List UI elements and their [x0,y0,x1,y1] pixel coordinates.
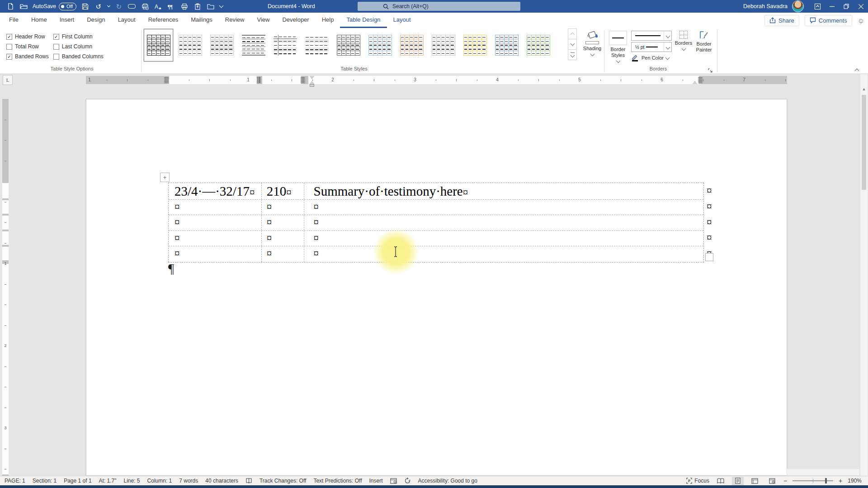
tab-layout[interactable]: Layout [112,13,142,28]
shading-button[interactable]: Shading [580,30,605,57]
table-move-handle[interactable]: + [160,173,170,182]
touch-mode-icon[interactable] [128,2,136,10]
table-row[interactable]: ¤¤¤ [169,231,703,246]
table-column-marker[interactable] [698,77,703,83]
accessibility-icon[interactable] [404,478,411,484]
table-cell[interactable]: 23/4·—·32/17¤ [169,183,262,199]
status-text-predictions-off[interactable]: Text Predictions: Off [313,478,362,484]
table-style-thumbnail-7[interactable] [334,29,363,61]
checkbox-total-row[interactable]: Total Row [6,42,49,52]
restore-button[interactable] [839,0,854,13]
table-cell[interactable]: Summary·of·testimony·here¤ [304,183,703,199]
checkbox-last-column[interactable]: Last Column [53,42,104,52]
save-icon[interactable] [81,2,90,10]
table-style-thumbnail-4[interactable] [239,29,268,61]
status-column-1[interactable]: Column: 1 [147,478,172,484]
collapse-ribbon-icon[interactable] [855,68,860,71]
table-style-thumbnail-13[interactable] [524,29,553,61]
checkbox-icon[interactable] [53,54,59,60]
scrollbar-thumb[interactable] [862,95,866,190]
tab-design[interactable]: Design [80,13,111,28]
table-cell[interactable]: ¤ [262,246,304,262]
open-folder-icon[interactable] [19,2,28,10]
status-insert[interactable]: Insert [369,478,383,484]
tab-home[interactable]: Home [25,13,53,28]
table-style-thumbnail-2[interactable] [175,29,205,61]
first-line-indent-marker[interactable] [310,76,314,79]
checkbox-first-column[interactable]: ✓First Column [53,32,104,42]
table-style-thumbnail-9[interactable] [397,29,426,61]
table-resize-handle[interactable] [705,253,713,261]
table-cell[interactable]: 210¤ [262,183,304,199]
tab-view[interactable]: View [250,13,276,28]
vertical-ruler[interactable]: 123 [2,99,9,476]
formatting-marks-icon[interactable]: ¶¶ [167,2,175,10]
zoom-slider-thumb[interactable] [825,478,827,483]
proofing-icon[interactable] [245,478,252,484]
tab-review[interactable]: Review [219,13,251,28]
hanging-indent-marker[interactable] [310,81,314,84]
table-style-thumbnail-8[interactable] [365,29,395,61]
search-box[interactable]: Search (Alt+Q) [358,2,520,11]
macro-record-icon[interactable] [766,477,778,485]
status-line-5[interactable]: Line: 5 [124,478,140,484]
status-page-1[interactable]: PAGE: 1 [5,478,25,484]
gallery-scroll-up-icon[interactable] [568,28,577,39]
table-header-row[interactable]: 23/4·—·32/17¤210¤Summary·of·testimony·he… [169,183,703,200]
tab-developer[interactable]: Developer [276,13,315,28]
table-column-marker[interactable] [165,77,169,83]
pen-color-button[interactable]: Pen Color [631,54,669,61]
table-style-thumbnail-1[interactable] [144,29,173,61]
status-accessibility-good-to-go[interactable]: Accessibility: Good to go [418,478,477,484]
spelling-grammar-icon[interactable]: A [154,2,162,10]
line-weight-dropdown[interactable]: ½ pt [631,42,672,52]
checkbox-header-row[interactable]: ✓Header Row [6,32,49,42]
checkbox-icon[interactable] [6,44,12,50]
customize-qat-icon[interactable] [219,4,223,8]
table-column-marker[interactable] [301,77,305,83]
tab-help[interactable]: Help [316,13,340,28]
table-style-thumbnail-12[interactable] [492,29,521,61]
tab-references[interactable]: References [142,13,184,28]
tab-stop-selector[interactable]: L [3,75,13,85]
undo-dropdown-icon[interactable] [107,4,110,7]
close-button[interactable] [854,0,868,13]
table-style-thumbnail-3[interactable] [207,29,236,61]
autosave-toggle[interactable]: Off [59,3,76,10]
right-indent-marker[interactable] [693,81,697,84]
status-7-words[interactable]: 7 words [179,478,198,484]
focus-button[interactable]: Focus [686,478,709,484]
table-style-thumbnail-5[interactable] [270,29,300,61]
comments-button[interactable]: Comments [805,15,852,26]
table-cell[interactable]: ¤ [304,200,703,215]
zoom-level[interactable]: 190% [848,478,862,484]
gallery-more-icon[interactable] [568,49,577,60]
table-column-marker[interactable] [257,77,261,83]
checkbox-icon[interactable]: ✓ [6,34,12,40]
zoom-in-button[interactable]: + [839,477,842,484]
status-page-1-of-1[interactable]: Page 1 of 1 [64,478,91,484]
border-styles-button[interactable]: Border Styles [608,31,628,64]
read-mode-icon[interactable] [715,477,726,485]
table-row[interactable]: ¤¤¤ [169,246,703,262]
avatar[interactable] [792,0,804,12]
undo-icon[interactable]: ↺ [94,2,103,10]
status-40-characters[interactable]: 40 characters [205,478,238,484]
tab-file[interactable]: File [3,13,25,28]
checkbox-icon[interactable]: ✓ [53,34,59,40]
table-style-thumbnail-6[interactable] [302,29,331,61]
checkbox-icon[interactable]: ✓ [6,54,12,60]
print-preview-icon[interactable] [141,2,149,10]
table-cell[interactable]: ¤ [304,215,703,230]
minimize-button[interactable] [825,0,839,13]
table-row[interactable]: ¤¤¤ [169,200,703,215]
table-cell[interactable]: ¤ [262,200,304,215]
left-indent-marker[interactable] [310,84,314,87]
macro-icon[interactable] [390,478,397,484]
status-section-1[interactable]: Section: 1 [33,478,57,484]
vertical-scrollbar[interactable]: ▲ [860,74,868,476]
folder-icon[interactable] [207,2,215,10]
table-cell[interactable]: ¤ [304,231,703,246]
feedback-smiley-icon[interactable]: ☺ [858,17,864,24]
print-layout-icon[interactable] [732,477,744,485]
